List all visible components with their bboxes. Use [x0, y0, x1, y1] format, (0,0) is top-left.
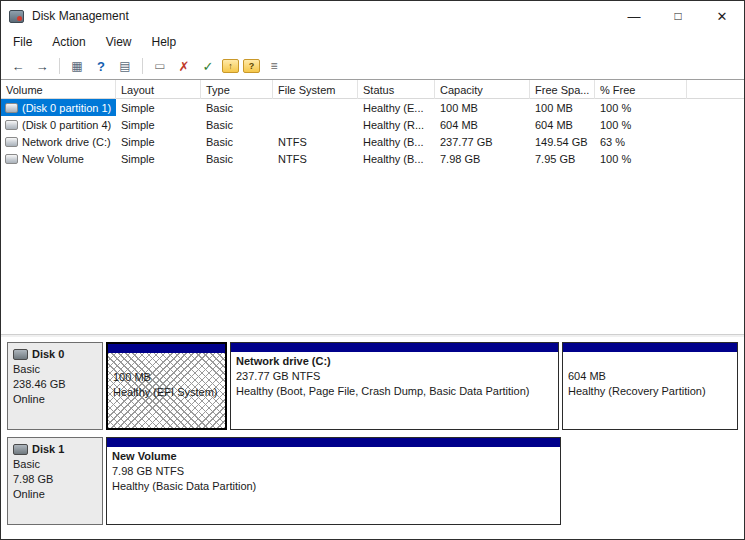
file-system-cell: NTFS — [273, 136, 358, 148]
layout-cell: Simple — [116, 136, 201, 148]
maximize-button[interactable]: □ — [656, 1, 700, 31]
forward-icon[interactable]: → — [32, 57, 52, 76]
disk-label-disk0[interactable]: Disk 0 Basic 238.46 GB Online — [7, 342, 103, 430]
disk-type: Basic — [13, 362, 97, 377]
partition-title — [568, 354, 732, 369]
partition-size: 7.98 GB NTFS — [112, 464, 555, 479]
partition-efi-system[interactable]: 100 MB Healthy (EFI System) — [106, 342, 227, 430]
pct-free-cell: 63 % — [595, 136, 687, 148]
type-cell: Basic — [201, 119, 273, 131]
disk0-partitions: 100 MB Healthy (EFI System) Network driv… — [106, 342, 738, 430]
free-space-cell: 149.54 GB — [530, 136, 595, 148]
column-header-layout[interactable]: Layout — [116, 80, 201, 99]
volume-name-cell[interactable]: (Disk 0 partition 1) — [1, 99, 116, 116]
graphical-view-pane: Disk 0 Basic 238.46 GB Online 100 MB Hea… — [1, 337, 744, 539]
back-icon[interactable]: ← — [8, 57, 28, 76]
partition-title — [113, 355, 220, 370]
disk-drive-icon — [13, 444, 28, 455]
console-tree-icon[interactable]: ▦ — [67, 57, 87, 76]
disk-size: 238.46 GB — [13, 377, 97, 392]
partition-size: 604 MB — [568, 369, 732, 384]
disk-size: 7.98 GB — [13, 472, 97, 487]
disk-type: Basic — [13, 457, 97, 472]
capacity-cell: 100 MB — [435, 102, 530, 114]
volume-row[interactable]: New Volume Simple Basic NTFS Healthy (B.… — [1, 150, 744, 167]
partition-title: New Volume — [112, 449, 555, 464]
status-cell: Healthy (B... — [358, 153, 435, 165]
folder-help-icon[interactable]: ? — [243, 59, 260, 73]
explore-folder-icon[interactable]: ↑ — [222, 59, 239, 73]
volume-icon — [5, 120, 18, 130]
mark-partition-icon[interactable]: ✓ — [198, 57, 218, 76]
partition-recovery[interactable]: 604 MB Healthy (Recovery Partition) — [562, 342, 738, 430]
column-header-status[interactable]: Status — [358, 80, 435, 99]
toolbar-separator — [142, 58, 143, 74]
dialog-icon[interactable]: ▭ — [150, 57, 170, 76]
pct-free-cell: 100 % — [595, 153, 687, 165]
disk-label-disk1[interactable]: Disk 1 Basic 7.98 GB Online — [7, 437, 103, 525]
volume-name: (Disk 0 partition 4) — [22, 119, 111, 131]
menu-help[interactable]: Help — [144, 33, 185, 51]
type-cell: Basic — [201, 153, 273, 165]
column-header-capacity[interactable]: Capacity — [435, 80, 530, 99]
menubar: File Action View Help — [1, 31, 744, 53]
volume-list-header: Volume Layout Type File System Status Ca… — [1, 80, 744, 99]
volume-list-pane: Volume Layout Type File System Status Ca… — [1, 80, 744, 334]
volume-name: (Disk 0 partition 1) — [22, 102, 111, 114]
free-space-cell: 604 MB — [530, 119, 595, 131]
capacity-cell: 237.77 GB — [435, 136, 530, 148]
minimize-button[interactable]: — — [612, 1, 656, 31]
volume-row[interactable]: (Disk 0 partition 4) Simple Basic Health… — [1, 116, 744, 133]
type-cell: Basic — [201, 102, 273, 114]
volume-name-cell[interactable]: (Disk 0 partition 4) — [1, 116, 116, 133]
partition-new-volume[interactable]: New Volume 7.98 GB NTFS Healthy (Basic D… — [106, 437, 561, 525]
disk-row-disk0: Disk 0 Basic 238.46 GB Online 100 MB Hea… — [7, 342, 738, 430]
help-icon[interactable]: ? — [91, 57, 111, 76]
volume-icon — [5, 154, 18, 164]
volume-name: Network drive (C:) — [22, 136, 111, 148]
column-header-type[interactable]: Type — [201, 80, 273, 99]
file-system-cell: NTFS — [273, 153, 358, 165]
partition-c-drive[interactable]: Network drive (C:) 237.77 GB NTFS Health… — [230, 342, 559, 430]
menu-file[interactable]: File — [5, 33, 40, 51]
disk1-partitions: New Volume 7.98 GB NTFS Healthy (Basic D… — [106, 437, 738, 525]
pct-free-cell: 100 % — [595, 102, 687, 114]
capacity-cell: 7.98 GB — [435, 153, 530, 165]
disk-status: Online — [13, 392, 97, 407]
partition-status: Healthy (EFI System) — [113, 385, 220, 400]
window-title: Disk Management — [32, 9, 129, 23]
status-cell: Healthy (R... — [358, 119, 435, 131]
volume-name-cell[interactable]: Network drive (C:) — [1, 133, 116, 150]
free-space-cell: 7.95 GB — [530, 153, 595, 165]
column-header-pct-free[interactable]: % Free — [595, 80, 687, 99]
volume-row[interactable]: (Disk 0 partition 1) Simple Basic Health… — [1, 99, 744, 116]
volume-icon — [5, 137, 18, 147]
action-pane-icon[interactable]: ▤ — [115, 57, 135, 76]
column-header-volume[interactable]: Volume — [1, 80, 116, 99]
titlebar[interactable]: Disk Management — □ ✕ — [1, 1, 744, 31]
layout-cell: Simple — [116, 119, 201, 131]
disk-name: Disk 1 — [32, 442, 64, 457]
column-header-free-space[interactable]: Free Spa... — [530, 80, 595, 99]
menu-view[interactable]: View — [98, 33, 140, 51]
type-cell: Basic — [201, 136, 273, 148]
close-button[interactable]: ✕ — [700, 1, 744, 31]
volume-name-cell[interactable]: New Volume — [1, 150, 116, 167]
menu-action[interactable]: Action — [44, 33, 93, 51]
volume-row[interactable]: Network drive (C:) Simple Basic NTFS Hea… — [1, 133, 744, 150]
partition-size: 100 MB — [113, 370, 220, 385]
properties-icon[interactable]: ≡ — [264, 57, 284, 76]
layout-cell: Simple — [116, 102, 201, 114]
column-header-file-system[interactable]: File System — [273, 80, 358, 99]
disk-name: Disk 0 — [32, 347, 64, 362]
partition-title: Network drive (C:) — [236, 354, 553, 369]
partition-color-bar — [107, 438, 560, 447]
status-cell: Healthy (B... — [358, 136, 435, 148]
partition-status: Healthy (Recovery Partition) — [568, 384, 732, 399]
partition-size: 237.77 GB NTFS — [236, 369, 553, 384]
capacity-cell: 604 MB — [435, 119, 530, 131]
layout-cell: Simple — [116, 153, 201, 165]
disk-row-disk1: Disk 1 Basic 7.98 GB Online New Volume 7… — [7, 437, 738, 525]
partition-status: Healthy (Basic Data Partition) — [112, 479, 555, 494]
delete-volume-icon[interactable]: ✗ — [174, 57, 194, 76]
